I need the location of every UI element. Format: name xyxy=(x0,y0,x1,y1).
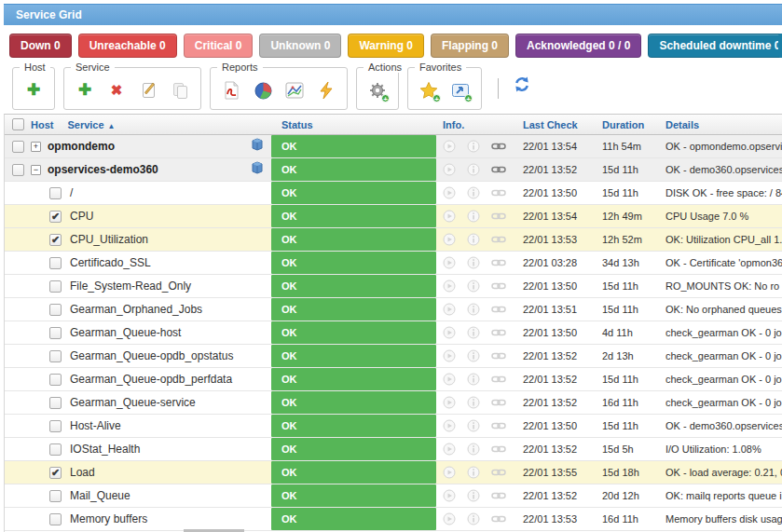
link-icon[interactable] xyxy=(491,235,506,244)
info-icon[interactable] xyxy=(467,443,480,456)
link-icon[interactable] xyxy=(491,211,506,221)
status-badge[interactable]: OK xyxy=(271,135,436,157)
link-icon[interactable] xyxy=(491,351,506,361)
performance-graph-icon[interactable] xyxy=(443,140,456,153)
host-icon[interactable] xyxy=(252,138,263,155)
add-screenshot-icon[interactable]: + xyxy=(451,81,470,100)
add-favorite-star-icon[interactable]: + xyxy=(419,81,438,100)
status-badge[interactable]: OK xyxy=(271,345,436,367)
row-name[interactable]: Gearman_Queue-host xyxy=(70,326,181,339)
row-name[interactable]: Certificado_SSL xyxy=(70,256,151,269)
add-host-icon[interactable]: ✚ xyxy=(24,81,43,100)
info-icon[interactable] xyxy=(467,489,480,502)
performance-graph-icon[interactable] xyxy=(443,210,456,223)
graph-report-icon[interactable] xyxy=(285,81,304,100)
status-badge[interactable]: OK xyxy=(271,415,436,437)
expand-toggle-icon[interactable]: − xyxy=(31,165,41,175)
row-name[interactable]: Host-Alive xyxy=(70,419,121,432)
status-badge[interactable]: OK xyxy=(271,205,436,227)
info-icon[interactable] xyxy=(467,163,480,176)
row-name[interactable]: Load xyxy=(70,466,95,479)
link-icon[interactable] xyxy=(491,398,506,407)
link-icon[interactable] xyxy=(491,258,506,267)
performance-graph-icon[interactable] xyxy=(443,303,456,316)
row-checkbox[interactable] xyxy=(49,280,62,293)
select-all-checkbox[interactable] xyxy=(12,118,24,130)
column-header-status[interactable]: Status xyxy=(271,119,313,130)
info-icon[interactable] xyxy=(467,419,480,432)
row-name[interactable]: Gearman_Orphaned_Jobs xyxy=(70,303,202,316)
performance-graph-icon[interactable] xyxy=(443,443,456,456)
status-filter-button[interactable]: Down 0 xyxy=(9,34,72,58)
link-icon[interactable] xyxy=(491,281,506,291)
edit-service-icon[interactable] xyxy=(139,81,158,100)
performance-graph-icon[interactable] xyxy=(443,256,456,269)
row-checkbox[interactable]: ✔ xyxy=(49,211,62,223)
status-badge[interactable]: OK xyxy=(271,368,436,390)
status-filter-button[interactable]: Warning 0 xyxy=(348,34,424,58)
status-badge[interactable]: OK xyxy=(271,158,436,181)
row-name[interactable]: CPU xyxy=(70,210,93,223)
info-icon[interactable] xyxy=(467,373,480,386)
column-header-duration[interactable]: Duration xyxy=(602,119,644,130)
row-checkbox[interactable] xyxy=(12,164,24,176)
row-checkbox[interactable] xyxy=(49,327,62,339)
status-badge[interactable]: OK xyxy=(271,321,436,344)
info-icon[interactable] xyxy=(467,256,480,269)
performance-graph-icon[interactable] xyxy=(443,349,456,362)
column-header-host[interactable]: Host xyxy=(31,119,53,130)
performance-graph-icon[interactable] xyxy=(443,489,456,502)
info-icon[interactable] xyxy=(467,280,480,293)
row-name[interactable]: Mail_Queue xyxy=(70,489,130,502)
row-name[interactable]: IOStat_Health xyxy=(70,443,140,456)
expand-toggle-icon[interactable]: + xyxy=(31,142,41,152)
row-name[interactable]: File_System-Read_Only xyxy=(70,280,191,293)
column-header-service[interactable]: Service▲ xyxy=(67,119,115,130)
row-checkbox[interactable]: ✔ xyxy=(49,234,62,246)
link-icon[interactable] xyxy=(491,491,506,500)
performance-graph-icon[interactable] xyxy=(443,163,456,176)
refresh-icon[interactable] xyxy=(513,75,531,93)
link-icon[interactable] xyxy=(491,188,506,198)
row-name[interactable]: Gearman_Queue-opdb_perfdata xyxy=(70,373,232,386)
column-header-last-check[interactable]: Last Check xyxy=(523,119,578,130)
performance-graph-icon[interactable] xyxy=(443,326,456,339)
row-checkbox[interactable] xyxy=(49,304,62,316)
status-badge[interactable]: OK xyxy=(271,182,436,204)
info-icon[interactable] xyxy=(467,326,480,339)
link-icon[interactable] xyxy=(491,468,506,477)
status-badge[interactable]: OK xyxy=(271,228,436,251)
link-icon[interactable] xyxy=(491,328,506,337)
info-icon[interactable] xyxy=(467,349,480,362)
performance-graph-icon[interactable] xyxy=(443,373,456,386)
row-name[interactable]: Memory buffers xyxy=(70,512,147,525)
row-checkbox[interactable] xyxy=(49,490,62,502)
status-badge[interactable]: OK xyxy=(271,252,436,274)
performance-graph-icon[interactable] xyxy=(443,280,456,293)
row-checkbox[interactable] xyxy=(49,443,62,456)
info-icon[interactable] xyxy=(467,512,480,525)
link-icon[interactable] xyxy=(491,444,506,454)
row-checkbox[interactable] xyxy=(49,513,62,525)
row-checkbox[interactable] xyxy=(49,374,62,386)
info-icon[interactable] xyxy=(467,210,480,223)
status-badge[interactable]: OK xyxy=(271,484,436,507)
pie-chart-icon[interactable] xyxy=(254,81,272,100)
row-checkbox[interactable] xyxy=(49,257,62,269)
info-icon[interactable] xyxy=(467,303,480,316)
row-checkbox[interactable] xyxy=(49,187,62,199)
row-name[interactable]: / xyxy=(70,186,73,199)
info-icon[interactable] xyxy=(467,466,480,479)
add-service-icon[interactable]: ✚ xyxy=(75,81,94,100)
info-icon[interactable] xyxy=(467,186,480,199)
quick-report-icon[interactable] xyxy=(317,81,336,100)
status-badge[interactable]: OK xyxy=(271,508,436,530)
row-checkbox[interactable] xyxy=(12,141,24,153)
row-name[interactable]: CPU_Utilization xyxy=(70,233,148,246)
performance-graph-icon[interactable] xyxy=(443,466,456,479)
status-badge[interactable]: OK xyxy=(271,275,436,297)
info-icon[interactable] xyxy=(467,396,480,409)
performance-graph-icon[interactable] xyxy=(443,512,456,525)
column-header-info[interactable]: Info. xyxy=(443,119,464,130)
info-icon[interactable] xyxy=(467,233,480,246)
